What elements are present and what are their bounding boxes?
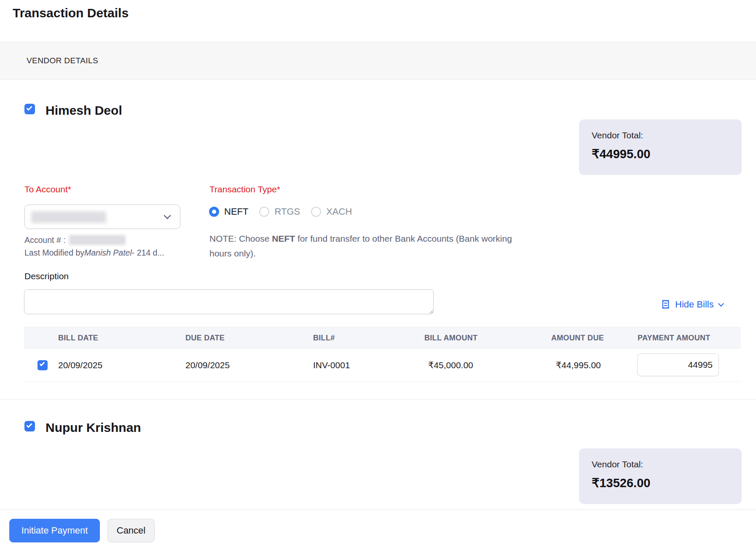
- vendor2-total-label: Vendor Total:: [592, 459, 729, 469]
- checkmark-icon: [26, 105, 32, 111]
- col-bill-amount: BILL AMOUNT: [424, 333, 477, 342]
- col-bill-date: BILL DATE: [58, 333, 98, 342]
- vendor-section-divider: [0, 399, 756, 399]
- radio-xach-label: XACH: [326, 206, 352, 217]
- bill-table-row: 20/09/2025 20/09/2025 INV-0001 ₹45,000.0…: [24, 348, 741, 382]
- radio-rtgs[interactable]: [259, 207, 269, 217]
- transaction-type-radio-group: NEFT RTGS XACH: [209, 206, 363, 217]
- note-bold: NEFT: [272, 234, 295, 243]
- vendor1-total-value: ₹44995.00: [592, 147, 729, 161]
- transaction-type-label: Transaction Type*: [209, 184, 280, 194]
- col-bill-no: BILL#: [313, 333, 335, 342]
- bill-row-checkbox[interactable]: [38, 360, 48, 370]
- payment-amount-input[interactable]: [637, 353, 719, 376]
- receipt-icon: [660, 299, 671, 310]
- cell-bill-amount: ₹45,000.00: [428, 360, 473, 370]
- radio-xach[interactable]: [311, 207, 321, 217]
- vendor2-total-card: Vendor Total: ₹13526.00: [579, 448, 742, 504]
- vendor2-checkbox[interactable]: [24, 421, 35, 431]
- vendor2-name: Nupur Krishnan: [46, 421, 141, 435]
- description-label: Description: [24, 271, 69, 281]
- footer-action-bar: Initiate Payment Cancel: [0, 510, 756, 550]
- hide-bills-label: Hide Bills: [675, 299, 714, 310]
- cell-due-date: 20/09/2025: [185, 360, 230, 370]
- vendor2-total-value: ₹13526.00: [592, 476, 729, 490]
- vendor1-name: Himesh Deol: [46, 103, 122, 118]
- account-number-line: Account # :: [24, 235, 126, 245]
- col-due-date: DUE DATE: [185, 333, 225, 342]
- radio-neft[interactable]: [209, 207, 219, 217]
- vendor1-total-card: Vendor Total: ₹44995.00: [579, 119, 742, 175]
- radio-neft-label: NEFT: [224, 206, 248, 217]
- checkmark-icon: [26, 422, 32, 428]
- last-modified-prefix: Last Modified by: [24, 248, 84, 258]
- to-account-label: To Account*: [24, 184, 71, 194]
- cancel-button[interactable]: Cancel: [107, 519, 155, 542]
- vendor1-total-label: Vendor Total:: [592, 130, 729, 140]
- last-modified-suffix: - 214 d...: [132, 248, 164, 258]
- bills-table-header: BILL DATE DUE DATE BILL# BILL AMOUNT AMO…: [24, 327, 741, 348]
- transaction-details-page: Transaction Details VENDOR DETAILS Himes…: [0, 0, 756, 550]
- cell-amount-due: ₹44,995.00: [556, 360, 601, 370]
- col-payment-amount: PAYMENT AMOUNT: [638, 333, 710, 342]
- last-modified-name: Manish Patel: [84, 248, 132, 258]
- description-input[interactable]: [24, 289, 434, 314]
- cell-bill-date: 20/09/2025: [58, 360, 102, 370]
- redacted-account-name: [31, 211, 106, 223]
- transaction-type-note: NOTE: Choose NEFT for fund transfer to o…: [209, 231, 523, 261]
- note-prefix: NOTE: Choose: [209, 234, 272, 243]
- page-title: Transaction Details: [13, 6, 129, 20]
- last-modified-line: Last Modified by Manish Patel - 214 d...: [24, 248, 164, 258]
- account-number-label: Account # :: [24, 235, 66, 245]
- to-account-select[interactable]: [24, 205, 180, 229]
- section-header-label: VENDOR DETAILS: [27, 56, 98, 65]
- radio-rtgs-label: RTGS: [274, 206, 300, 217]
- chevron-down-icon: [718, 300, 724, 306]
- vendor1-checkbox[interactable]: [24, 104, 35, 114]
- hide-bills-button[interactable]: Hide Bills: [660, 299, 723, 310]
- initiate-payment-button[interactable]: Initiate Payment: [9, 519, 100, 542]
- cell-bill-no: INV-0001: [313, 360, 350, 370]
- redacted-account-number: [69, 235, 126, 245]
- checkmark-icon: [40, 361, 45, 367]
- chevron-down-icon: [164, 212, 171, 219]
- vendor-details-section-band: VENDOR DETAILS: [0, 42, 756, 80]
- col-amount-due: AMOUNT DUE: [551, 333, 604, 342]
